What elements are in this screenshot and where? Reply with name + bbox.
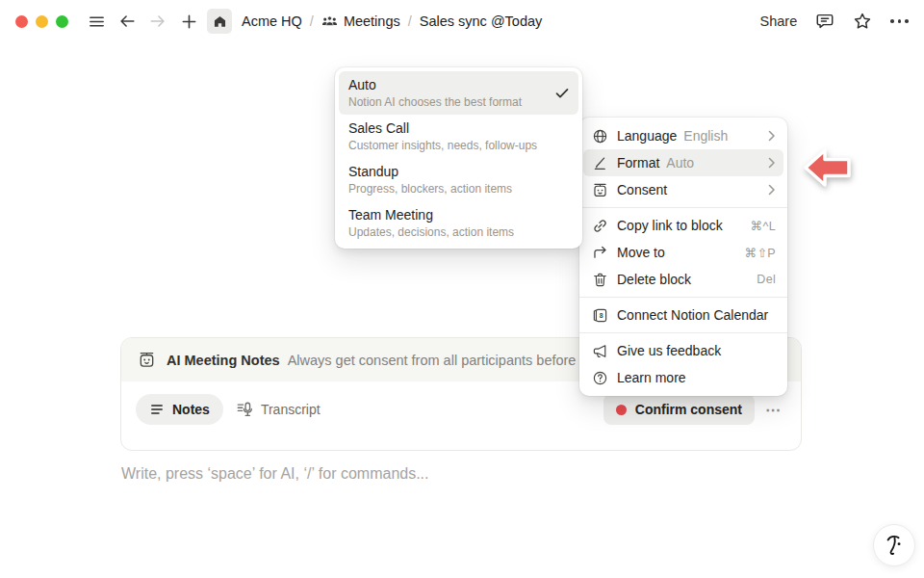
menu-item-value: English xyxy=(683,128,728,144)
hamburger-icon xyxy=(88,13,106,31)
people-icon xyxy=(321,13,338,30)
record-dot-icon xyxy=(616,405,627,415)
favorite-button[interactable] xyxy=(853,12,872,31)
chevron-right-icon xyxy=(767,157,776,169)
breadcrumb-separator: / xyxy=(310,13,314,29)
confirm-consent-button[interactable]: Confirm consent xyxy=(603,394,755,425)
menu-item-label: Delete block xyxy=(617,272,691,287)
comments-button[interactable] xyxy=(815,12,834,31)
editor-placeholder[interactable]: Write, press ‘space’ for AI, ‘/’ for com… xyxy=(121,465,429,483)
tab-transcript-label: Transcript xyxy=(261,402,321,417)
breadcrumb: Acme HQ / Meetings / Sales sync @Today xyxy=(240,13,544,30)
breadcrumb-meetings[interactable]: Meetings xyxy=(320,13,402,30)
menu-item-label: Consent xyxy=(617,182,667,197)
notion-ai-face-icon xyxy=(884,533,905,558)
app-window: Acme HQ / Meetings / Sales sync @Today S… xyxy=(0,0,924,578)
format-submenu: Auto Notion AI chooses the best format S… xyxy=(335,67,582,249)
breadcrumb-workspace[interactable]: Acme HQ xyxy=(240,13,304,29)
titlebar: Acme HQ / Meetings / Sales sync @Today S… xyxy=(0,0,924,42)
annotation-arrow xyxy=(802,145,854,190)
menu-item-format[interactable]: Format Auto xyxy=(583,149,783,176)
sidebar-menu-button[interactable] xyxy=(84,9,109,34)
format-option-title: Standup xyxy=(348,164,569,179)
link-icon xyxy=(591,218,608,234)
menu-item-label: Copy link to block xyxy=(617,218,723,233)
close-window-button[interactable] xyxy=(15,15,28,28)
zoom-window-button[interactable] xyxy=(56,15,68,28)
menu-item-move-to[interactable]: Move to ⌘⇧P xyxy=(583,239,783,266)
traffic-lights xyxy=(15,15,68,28)
chevron-right-icon xyxy=(767,130,776,142)
checkmark-icon xyxy=(555,88,569,99)
menu-shortcut: Del xyxy=(757,273,776,286)
menu-item-value: Auto xyxy=(666,155,694,171)
ai-meeting-notes-icon xyxy=(138,351,156,369)
menu-divider xyxy=(579,207,787,208)
minimize-window-button[interactable] xyxy=(36,15,48,28)
confirm-consent-label: Confirm consent xyxy=(635,402,742,417)
format-pen-icon xyxy=(591,155,608,171)
menu-item-learn-more[interactable]: Learn more xyxy=(583,364,783,391)
menu-divider xyxy=(579,297,787,298)
block-description: Always get consent from all participants… xyxy=(288,353,577,368)
format-option-standup[interactable]: Standup Progress, blockers, action items xyxy=(339,158,578,201)
share-button[interactable]: Share xyxy=(760,13,798,29)
notes-icon xyxy=(149,402,165,417)
menu-item-copy-link[interactable]: Copy link to block ⌘^L xyxy=(583,212,783,239)
format-option-subtitle: Progress, blockers, action items xyxy=(348,182,569,196)
menu-item-label: Learn more xyxy=(617,370,686,385)
menu-item-label: Move to xyxy=(617,245,665,260)
transcript-icon xyxy=(236,401,253,418)
megaphone-icon xyxy=(591,343,608,359)
move-arrow-icon xyxy=(591,245,608,261)
comment-icon xyxy=(815,12,834,31)
nav-forward-button[interactable] xyxy=(145,9,170,34)
block-title: AI Meeting Notes xyxy=(167,353,280,368)
menu-item-consent[interactable]: Consent xyxy=(583,176,783,203)
format-option-title: Auto xyxy=(348,77,548,92)
forward-arrow-icon xyxy=(148,12,167,31)
menu-item-label: Format xyxy=(617,155,659,171)
svg-text:8: 8 xyxy=(599,312,603,319)
format-option-sales-call[interactable]: Sales Call Customer insights, needs, fol… xyxy=(339,115,578,158)
consent-badge-icon xyxy=(591,182,608,198)
tab-transcript[interactable]: Transcript xyxy=(236,401,321,418)
menu-shortcut: ⌘⇧P xyxy=(745,246,776,260)
globe-icon xyxy=(591,128,608,144)
new-page-button[interactable] xyxy=(176,9,201,34)
tab-notes-label: Notes xyxy=(172,402,210,417)
breadcrumb-meetings-label: Meetings xyxy=(344,13,400,29)
menu-item-feedback[interactable]: Give us feedback xyxy=(583,337,783,364)
block-more-button[interactable]: ⋯ xyxy=(765,401,782,419)
menu-item-label: Language xyxy=(617,128,677,144)
left-arrow-icon xyxy=(802,145,854,190)
star-icon xyxy=(853,12,872,31)
breadcrumb-page-title[interactable]: Sales sync @Today xyxy=(418,13,545,29)
format-option-team-meeting[interactable]: Team Meeting Updates, decisions, action … xyxy=(339,201,578,245)
format-option-title: Sales Call xyxy=(348,120,569,136)
chevron-right-icon xyxy=(767,184,776,196)
block-context-menu: Language English Format Auto xyxy=(579,118,787,396)
format-option-subtitle: Customer insights, needs, follow-ups xyxy=(348,139,569,152)
menu-shortcut: ⌘^L xyxy=(751,219,776,233)
more-options-button[interactable] xyxy=(890,19,909,23)
menu-item-delete-block[interactable]: Delete block Del xyxy=(583,266,783,293)
breadcrumb-separator: / xyxy=(408,13,412,29)
home-button[interactable] xyxy=(207,9,232,34)
menu-item-language[interactable]: Language English xyxy=(583,122,783,149)
plus-icon xyxy=(180,13,198,31)
back-arrow-icon xyxy=(117,12,137,31)
menu-item-label: Give us feedback xyxy=(617,343,721,358)
help-circle-icon xyxy=(591,370,608,386)
format-option-auto[interactable]: Auto Notion AI chooses the best format xyxy=(339,71,578,115)
titlebar-actions: Share xyxy=(760,12,909,31)
calendar-icon: 8 xyxy=(591,307,608,324)
more-icon xyxy=(890,19,894,23)
menu-item-connect-calendar[interactable]: 8 Connect Notion Calendar xyxy=(583,302,783,328)
tab-notes[interactable]: Notes xyxy=(136,394,223,425)
notion-ai-button[interactable] xyxy=(873,524,915,566)
menu-divider xyxy=(579,332,787,333)
nav-back-button[interactable] xyxy=(115,9,140,34)
trash-icon xyxy=(591,272,608,288)
format-option-subtitle: Updates, decisions, action items xyxy=(348,225,569,239)
